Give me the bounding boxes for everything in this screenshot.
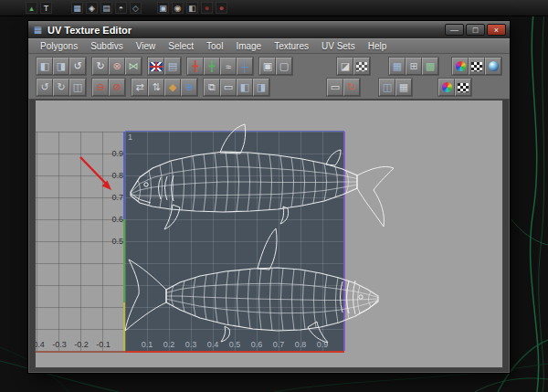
menu-item-subdivs[interactable]: Subdivs [84, 40, 130, 52]
rgb-channels-icon-glyph [456, 61, 466, 71]
alpha-channel-icon[interactable] [469, 58, 485, 75]
toolbar-spacer [375, 66, 388, 67]
toolbar-spacer [365, 87, 378, 88]
menu-item-tool[interactable]: Tool [200, 40, 229, 52]
toolbar-group: ↺↻◫ [36, 78, 87, 97]
app-icon-2[interactable]: T [40, 2, 52, 14]
menu-item-textures[interactable]: Textures [268, 40, 315, 52]
rotate-uvs-cw-icon[interactable]: ↻ [92, 58, 109, 75]
toolbar-group: ▭↻ [326, 78, 361, 97]
menu-item-select[interactable]: Select [162, 40, 200, 52]
window-title: UV Texture Editor [47, 25, 443, 36]
color-cycle-icon[interactable] [438, 79, 455, 96]
maximize-button[interactable]: □ [466, 24, 485, 36]
pin-uvs-icon[interactable]: ⊕ [181, 79, 197, 96]
menu-item-polygons[interactable]: Polygons [34, 40, 84, 52]
bake-texture-icon-glyph [489, 61, 499, 71]
toolbar-group: ◫▦ [378, 78, 413, 97]
rgb-channels-icon[interactable] [452, 58, 469, 75]
spread-uvs-icon[interactable]: ◆ [164, 79, 181, 96]
toolbar-group: ⧉▭◧◨ [203, 78, 270, 97]
rotate-image-cw-icon[interactable]: ↻ [53, 79, 69, 96]
uv-editor-canvas[interactable]: 10.90.80.70.60.5-0.4-0.3-0.2-0.10.10.20.… [35, 100, 503, 368]
toolbar-spacer [275, 87, 326, 88]
cut-uv-edges-icon[interactable]: ⊗ [109, 58, 125, 75]
rotate-uvs-ccw-icon[interactable]: ↺ [69, 58, 86, 75]
use-image-ratio-icon[interactable]: ◫ [379, 79, 395, 96]
shark-uv-shell-bottom[interactable] [125, 228, 378, 343]
dim-image-icon[interactable]: ◪ [337, 58, 353, 75]
uv-texture-editor-window: ▦ UV Texture Editor — □ × PolygonsSubdiv… [27, 20, 511, 374]
toolbar-group: ▦⊞▩ [388, 57, 439, 76]
select-border-icon[interactable]: ▢ [276, 58, 292, 75]
menu-item-image[interactable]: Image [229, 40, 268, 52]
flip-u-icon[interactable]: ◧ [37, 58, 53, 75]
menu-item-help[interactable]: Help [362, 40, 394, 52]
close-button[interactable]: × [487, 24, 506, 36]
toolbar-spacer [298, 66, 336, 67]
layout-uvs-icon[interactable]: ▤ [164, 58, 181, 75]
toolbar-group: ⊖⊘ [91, 78, 126, 97]
top-icon-strip: ▴T▦◈▤◓◇▣◉◧●● [0, 0, 548, 16]
rotate-image-ccw-icon[interactable]: ↺ [37, 79, 53, 96]
map-uv-border-icon[interactable]: ┼ [237, 58, 253, 75]
shark-eye [359, 295, 363, 299]
menu-item-view[interactable]: View [130, 40, 163, 52]
app-icon-3[interactable]: ▦ [71, 2, 83, 14]
select-shell-icon[interactable]: ▣ [259, 58, 276, 75]
scale-u-icon[interactable]: ⇄ [132, 79, 148, 96]
toolbar-group: ▣▢ [258, 57, 293, 76]
move-and-sew-icon-glyph [150, 62, 163, 71]
app-icon-6[interactable]: ◓ [115, 2, 127, 14]
minimize-button[interactable]: — [445, 24, 464, 36]
app-icon-9[interactable]: ◉ [172, 2, 184, 14]
alpha-channel-icon-glyph [471, 62, 482, 71]
flip-image-icon[interactable]: ◫ [69, 79, 86, 96]
paste-uvs-icon[interactable]: ▭ [220, 79, 237, 96]
view-grid-icon[interactable]: ▦ [389, 58, 406, 75]
menu-item-uv-sets[interactable]: UV Sets [315, 40, 362, 52]
app-icon-8[interactable]: ▣ [157, 2, 169, 14]
app-icon-5[interactable]: ▤ [100, 2, 112, 14]
app-icon-1[interactable]: ▴ [26, 2, 37, 14]
grid-uvs-icon[interactable]: ╋ [187, 58, 204, 75]
toolbar-group: ╋╋≈┼ [186, 57, 254, 76]
toolbar-spacer [444, 66, 451, 67]
paste-v-icon[interactable]: ◨ [253, 79, 269, 96]
toolbar-group: ↻⊗⋈ [91, 57, 142, 76]
texture-borders-icon[interactable]: ▦ [395, 79, 412, 96]
app-icon-7[interactable]: ◇ [130, 2, 142, 14]
app-icon-10[interactable]: ◧ [186, 2, 198, 14]
taskbar-spacer [55, 7, 71, 8]
toolbar-group: ⇄⇅◆⊕ [131, 78, 198, 97]
window-titlebar[interactable]: ▦ UV Texture Editor — □ × [28, 21, 510, 38]
app-icon-11[interactable]: ● [201, 2, 213, 14]
sew-uv-edges-icon[interactable]: ⋈ [125, 58, 142, 75]
cycle-uvs-ccw-icon[interactable]: ⊖ [92, 79, 109, 96]
display-image-icon[interactable] [353, 58, 370, 75]
app-icon-4[interactable]: ◈ [86, 2, 98, 14]
relax-uvs-icon[interactable]: ≈ [220, 58, 237, 75]
toolbar-spacer [417, 87, 437, 88]
copy-uvs-icon[interactable]: ⧉ [204, 79, 220, 96]
bake-texture-icon[interactable] [485, 58, 501, 75]
shark-uv-shell-top[interactable] [131, 124, 394, 229]
taskbar-spacer [144, 7, 157, 8]
shade-uvs-icon[interactable]: ▩ [422, 58, 438, 75]
color-cycle-icon-glyph [442, 82, 452, 92]
paste-u-icon[interactable]: ◧ [237, 79, 253, 96]
toolbar-group: ◪ [336, 57, 371, 76]
cycle-uvs-cw-icon[interactable]: ⊘ [109, 79, 125, 96]
window-icon: ▦ [32, 24, 44, 36]
app-icon-12[interactable]: ● [216, 2, 227, 14]
checker-map-icon[interactable] [455, 79, 471, 96]
update-psd-icon[interactable]: ↻ [343, 79, 360, 96]
move-and-sew-icon[interactable] [148, 58, 164, 75]
toolbar-group: ▤ [147, 57, 182, 76]
menu-bar: PolygonsSubdivsViewSelectToolImageTextur… [28, 38, 510, 54]
image-range-icon[interactable]: ▭ [327, 79, 343, 96]
unfold-uvs-icon[interactable]: ╋ [204, 58, 220, 75]
pixel-snap-icon[interactable]: ⊞ [406, 58, 422, 75]
scale-v-icon[interactable]: ⇅ [148, 79, 164, 96]
flip-v-icon[interactable]: ◨ [53, 58, 69, 75]
